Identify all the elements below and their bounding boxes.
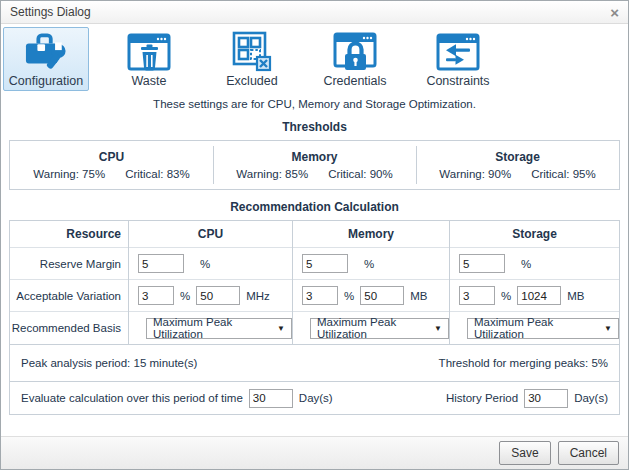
history-period-unit: Day(s) [574, 392, 608, 404]
memory-basis-value: Maximum Peak Utilization [317, 316, 434, 340]
tab-configuration[interactable]: Configuration [3, 27, 89, 91]
waste-icon [127, 31, 171, 73]
save-button[interactable]: Save [499, 441, 550, 465]
resource-header: Resource [10, 221, 128, 248]
excluded-icon [231, 31, 273, 73]
dialog-title: Settings Dialog [10, 5, 91, 19]
percent-label: % [344, 290, 354, 302]
storage-warning-value: Warning: 90% [439, 168, 511, 180]
recommendation-title: Recommendation Calculation [1, 200, 628, 214]
storage-reserve-margin-input[interactable] [459, 254, 505, 273]
cpu-warning-value: Warning: 75% [33, 168, 105, 180]
threshold-storage-header: Storage [495, 150, 540, 164]
tab-label: Waste [132, 74, 167, 88]
tab-constraints[interactable]: Constraints [415, 27, 501, 91]
merge-threshold-text: Threshold for merging peaks: 5% [439, 357, 608, 369]
memory-critical-value: Critical: 90% [328, 168, 393, 180]
cpu-basis-value: Maximum Peak Utilization [153, 316, 277, 340]
thresholds-table: CPU Warning: 75% Critical: 83% Memory Wa… [9, 140, 620, 190]
tab-label: Constraints [426, 74, 489, 88]
history-period-label: History Period [446, 392, 518, 404]
configuration-icon [23, 31, 69, 73]
threshold-memory-header: Memory [291, 150, 337, 164]
memory-variation-percent-input[interactable] [302, 286, 338, 305]
evaluate-period-label: Evaluate calculation over this period of… [21, 392, 243, 404]
tab-excluded[interactable]: Excluded [209, 27, 295, 91]
chevron-down-icon: ▼ [434, 324, 442, 333]
tab-label: Excluded [226, 74, 277, 88]
memory-warning-value: Warning: 85% [236, 168, 308, 180]
evaluate-period-unit: Day(s) [299, 392, 333, 404]
evaluation-settings-row: Evaluate calculation over this period of… [10, 381, 619, 414]
resource-column: Resource Reserve Margin Acceptable Varia… [10, 221, 128, 344]
tab-credentials[interactable]: Credentials [312, 27, 398, 91]
peak-settings-row: Peak analysis period: 15 minute(s) Thres… [10, 344, 619, 381]
tab-bar: Configuration Waste [1, 24, 628, 93]
credentials-icon [333, 31, 377, 73]
dialog-footer: Save Cancel [1, 436, 628, 469]
memory-variation-absolute-input[interactable] [360, 286, 404, 305]
threshold-column-cpu: CPU Warning: 75% Critical: 83% [10, 141, 213, 189]
tab-waste[interactable]: Waste [106, 27, 192, 91]
intro-text: These settings are for CPU, Memory and S… [1, 98, 628, 110]
percent-label: % [501, 290, 511, 302]
tab-label: Credentials [323, 74, 386, 88]
recommended-basis-label: Recommended Basis [10, 312, 128, 344]
title-bar: Settings Dialog × [1, 1, 628, 24]
memory-reserve-margin-input[interactable] [302, 254, 348, 273]
percent-label: % [200, 258, 210, 270]
peak-analysis-period-text: Peak analysis period: 15 minute(s) [21, 357, 197, 369]
percent-label: % [364, 258, 374, 270]
storage-basis-value: Maximum Peak Utilization [474, 316, 604, 340]
reserve-margin-label: Reserve Margin [10, 248, 128, 280]
tab-label: Configuration [9, 74, 83, 88]
cpu-unit-label: MHz [246, 290, 270, 302]
thresholds-title: Thresholds [1, 120, 628, 134]
memory-basis-select[interactable]: Maximum Peak Utilization ▼ [310, 318, 449, 339]
settings-dialog: Settings Dialog × Configuration [0, 0, 629, 470]
history-period-input[interactable] [524, 389, 568, 408]
close-icon[interactable]: × [610, 5, 619, 20]
memory-column: Memory % % MB Maximum Peak Utilization ▼ [292, 221, 449, 344]
evaluate-period-input[interactable] [249, 389, 293, 408]
cancel-button[interactable]: Cancel [558, 441, 619, 465]
storage-variation-absolute-input[interactable] [517, 286, 561, 305]
memory-unit-label: MB [410, 290, 427, 302]
percent-label: % [180, 290, 190, 302]
cpu-variation-percent-input[interactable] [138, 286, 174, 305]
threshold-cpu-header: CPU [99, 150, 124, 164]
storage-basis-select[interactable]: Maximum Peak Utilization ▼ [467, 318, 619, 339]
percent-label: % [521, 258, 531, 270]
cpu-header: CPU [129, 221, 292, 248]
cpu-variation-absolute-input[interactable] [196, 286, 240, 305]
constraints-icon [436, 31, 480, 73]
storage-variation-percent-input[interactable] [459, 286, 495, 305]
storage-column: Storage % % MB Maximum Peak Utilization … [449, 221, 619, 344]
chevron-down-icon: ▼ [604, 324, 612, 333]
storage-unit-label: MB [567, 290, 584, 302]
storage-critical-value: Critical: 95% [531, 168, 596, 180]
cpu-basis-select[interactable]: Maximum Peak Utilization ▼ [146, 318, 292, 339]
acceptable-variation-label: Acceptable Variation [10, 280, 128, 312]
threshold-column-storage: Storage Warning: 90% Critical: 95% [416, 141, 619, 189]
memory-header: Memory [293, 221, 449, 248]
cpu-reserve-margin-input[interactable] [138, 254, 184, 273]
chevron-down-icon: ▼ [277, 324, 285, 333]
storage-header: Storage [450, 221, 619, 248]
cpu-critical-value: Critical: 83% [125, 168, 190, 180]
recommendation-table: Resource Reserve Margin Acceptable Varia… [9, 220, 620, 415]
threshold-column-memory: Memory Warning: 85% Critical: 90% [213, 141, 416, 189]
cpu-column: CPU % % MHz Maximum Peak Utilization ▼ [128, 221, 292, 344]
